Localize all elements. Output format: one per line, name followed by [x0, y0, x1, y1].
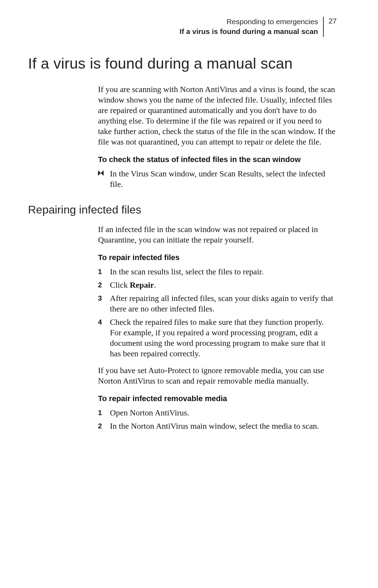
- running-header-chapter: Responding to emergencies: [180, 17, 318, 27]
- procedure-removable-step-2: In the Norton AntiVirus main window, sel…: [98, 421, 337, 431]
- procedure-heading-repair-files: To repair infected files: [98, 253, 337, 263]
- procedure-repair-step-3: After repairing all infected files, scan…: [98, 293, 337, 314]
- section-heading-repairing: Repairing infected files: [28, 203, 337, 216]
- page-number: 27: [324, 17, 337, 37]
- procedure-heading-check-status: To check the status of infected files in…: [98, 155, 337, 165]
- running-header-inner: Responding to emergencies If a virus is …: [180, 17, 337, 37]
- procedure-repair-step-1: In the scan results list, select the fil…: [98, 266, 337, 277]
- procedure-repair-step-4: Check the repaired files to make sure th…: [98, 317, 337, 359]
- procedure-repair-files-list: In the scan results list, select the fil…: [98, 266, 337, 359]
- procedure-check-status-step: In the Virus Scan window, under Scan Res…: [98, 168, 337, 189]
- procedure-repair-removable-list: Open Norton AntiVirus. In the Norton Ant…: [98, 407, 337, 431]
- running-header: Responding to emergencies If a virus is …: [28, 17, 337, 37]
- procedure-heading-repair-removable: To repair infected removable media: [98, 394, 337, 404]
- procedure-check-status-list: In the Virus Scan window, under Scan Res…: [98, 168, 337, 189]
- procedure-removable-step-1: Open Norton AntiVirus.: [98, 407, 337, 418]
- removable-media-paragraph: If you have set Auto-Protect to ignore r…: [98, 365, 337, 386]
- page-title: If a virus is found during a manual scan: [28, 55, 337, 72]
- running-header-section: If a virus is found during a manual scan: [180, 27, 318, 36]
- procedure-repair-step-2: Click Repair.: [98, 280, 337, 290]
- intro-paragraph: If you are scanning with Norton AntiViru…: [98, 84, 337, 147]
- repair-intro-paragraph: If an infected file in the scan window w…: [98, 224, 337, 245]
